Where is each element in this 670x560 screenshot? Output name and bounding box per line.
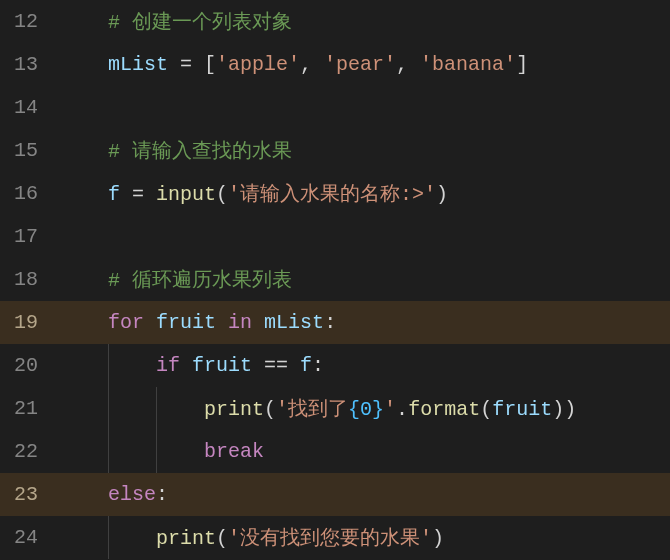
token: for: [108, 311, 144, 334]
line-number: 21: [0, 397, 60, 420]
code-line[interactable]: 12 # 创建一个列表对象: [0, 0, 670, 43]
token: (: [216, 527, 228, 550]
token: :: [156, 483, 168, 506]
token: if: [156, 354, 180, 377]
indent: [60, 269, 108, 292]
code-content[interactable]: print('找到了{0}'.format(fruit)): [60, 395, 670, 422]
indent: [60, 140, 108, 163]
code-content[interactable]: # 循环遍历水果列表: [60, 266, 670, 293]
token: ): [432, 527, 444, 550]
code-content[interactable]: for fruit in mList:: [60, 311, 670, 334]
indent-guide: [108, 516, 109, 559]
token: mList: [108, 53, 168, 76]
line-number: 24: [0, 526, 60, 549]
indent-guide: [108, 430, 109, 473]
token: print: [156, 527, 216, 550]
token: :: [312, 354, 324, 377]
line-number: 15: [0, 139, 60, 162]
code-line[interactable]: 20 if fruit == f:: [0, 344, 670, 387]
token: in: [228, 311, 252, 334]
code-line[interactable]: 16 f = input('请输入水果的名称:>'): [0, 172, 670, 215]
token: break: [204, 440, 264, 463]
token: input: [156, 183, 216, 206]
token: print: [204, 398, 264, 421]
code-content[interactable]: f = input('请输入水果的名称:>'): [60, 180, 670, 207]
indent: [60, 53, 108, 76]
line-number: 22: [0, 440, 60, 463]
token: 'apple': [216, 53, 300, 76]
token: {0}: [348, 398, 384, 421]
token: :: [324, 311, 336, 334]
line-number: 18: [0, 268, 60, 291]
line-number: 23: [0, 483, 60, 506]
token: # 创建一个列表对象: [108, 11, 292, 34]
token: ,: [396, 53, 420, 76]
indent-guide: [156, 430, 157, 473]
indent-guide: [108, 387, 109, 430]
token: ]: [516, 53, 528, 76]
line-number: 14: [0, 96, 60, 119]
code-line[interactable]: 21 print('找到了{0}'.format(fruit)): [0, 387, 670, 430]
indent: [60, 11, 108, 34]
code-content[interactable]: else:: [60, 483, 670, 506]
token: .: [396, 398, 408, 421]
token: =: [120, 183, 156, 206]
token: (: [264, 398, 276, 421]
token: fruit: [492, 398, 552, 421]
code-content[interactable]: if fruit == f:: [60, 354, 670, 377]
line-number: 17: [0, 225, 60, 248]
token: ,: [300, 53, 324, 76]
token: f: [300, 354, 312, 377]
code-editor[interactable]: 12 # 创建一个列表对象13 mList = ['apple', 'pear'…: [0, 0, 670, 559]
token: ): [436, 183, 448, 206]
token: format: [408, 398, 480, 421]
token: )): [552, 398, 576, 421]
code-line[interactable]: 13 mList = ['apple', 'pear', 'banana']: [0, 43, 670, 86]
indent: [60, 311, 108, 334]
token: 'pear': [324, 53, 396, 76]
code-content[interactable]: break: [60, 440, 670, 463]
token: '请输入水果的名称:>': [228, 183, 436, 206]
token: [180, 354, 192, 377]
token: (: [480, 398, 492, 421]
token: 'banana': [420, 53, 516, 76]
token: fruit: [156, 311, 216, 334]
code-line[interactable]: 22 break: [0, 430, 670, 473]
token: # 循环遍历水果列表: [108, 269, 292, 292]
code-line[interactable]: 18 # 循环遍历水果列表: [0, 258, 670, 301]
token: mList: [264, 311, 324, 334]
token: [252, 311, 264, 334]
code-line[interactable]: 24 print('没有找到您要的水果'): [0, 516, 670, 559]
line-number: 16: [0, 182, 60, 205]
token: '没有找到您要的水果': [228, 527, 432, 550]
token: else: [108, 483, 156, 506]
line-number: 19: [0, 311, 60, 334]
token: # 请输入查找的水果: [108, 140, 292, 163]
indent-guide: [108, 344, 109, 387]
token: [216, 311, 228, 334]
indent: [60, 483, 108, 506]
indent-guide: [156, 387, 157, 430]
token: f: [108, 183, 120, 206]
token: fruit: [192, 354, 252, 377]
token: = [: [168, 53, 216, 76]
token: [144, 311, 156, 334]
indent: [60, 398, 204, 421]
code-line[interactable]: 17: [0, 215, 670, 258]
code-content[interactable]: # 请输入查找的水果: [60, 137, 670, 164]
code-line[interactable]: 15 # 请输入查找的水果: [0, 129, 670, 172]
token: ': [384, 398, 396, 421]
indent: [60, 440, 204, 463]
line-number: 20: [0, 354, 60, 377]
line-number: 13: [0, 53, 60, 76]
token: '找到了: [276, 398, 348, 421]
code-content[interactable]: mList = ['apple', 'pear', 'banana']: [60, 53, 670, 76]
code-line[interactable]: 23 else:: [0, 473, 670, 516]
token: ==: [252, 354, 300, 377]
code-line[interactable]: 14: [0, 86, 670, 129]
code-line[interactable]: 19 for fruit in mList:: [0, 301, 670, 344]
line-number: 12: [0, 10, 60, 33]
code-content[interactable]: # 创建一个列表对象: [60, 8, 670, 35]
indent: [60, 183, 108, 206]
code-content[interactable]: print('没有找到您要的水果'): [60, 524, 670, 551]
